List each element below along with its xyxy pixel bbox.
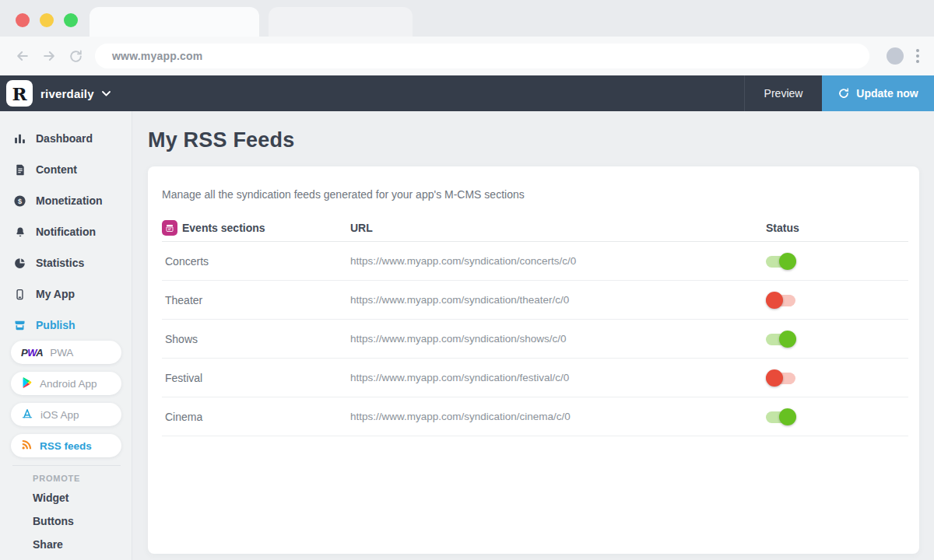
refresh-icon — [837, 87, 850, 100]
table-row: Theater https://www.myapp.com/syndicatio… — [162, 281, 908, 320]
storefront-icon — [12, 319, 27, 332]
feed-url: https://www.myapp.com/syndication/cinema… — [350, 411, 766, 422]
back-icon[interactable] — [12, 46, 33, 66]
table-row: Cinema https://www.myapp.com/syndication… — [162, 397, 908, 436]
table-row: Festival https://www.myapp.com/syndicati… — [162, 359, 908, 397]
sidebar-divider — [12, 465, 121, 466]
google-play-icon — [21, 376, 33, 391]
table-header: Events sections URL Status — [162, 214, 908, 242]
sidebar-item-dashboard[interactable]: Dashboard — [0, 123, 132, 154]
sidebar-item-monetization[interactable]: $ Monetization — [0, 185, 132, 216]
address-bar[interactable]: www.myapp.com — [95, 44, 869, 68]
table-row: Concerts https://www.myapp.com/syndicati… — [162, 242, 908, 281]
pill-pwa[interactable]: PWA PWA — [11, 341, 121, 364]
feed-status-toggle[interactable] — [766, 253, 796, 270]
document-icon — [12, 163, 27, 177]
bell-icon — [12, 226, 27, 239]
toggle-knob — [766, 292, 783, 309]
feed-status-toggle[interactable] — [766, 408, 796, 425]
sidebar-item-my-app[interactable]: My App — [0, 278, 132, 310]
app-logo: R — [6, 80, 33, 107]
browser-window: www.myapp.com R riverdaily Preview Updat… — [0, 0, 934, 560]
bar-chart-icon — [12, 132, 27, 145]
sidebar-item-publish[interactable]: Publish — [0, 310, 132, 341]
feed-name: Festival — [162, 372, 350, 384]
toggle-knob — [779, 253, 796, 270]
feeds-table-body: Concerts https://www.myapp.com/syndicati… — [162, 242, 908, 436]
feed-name: Cinema — [162, 411, 350, 423]
sidebar-item-content[interactable]: Content — [0, 154, 132, 185]
browser-tabstrip — [0, 0, 934, 37]
toggle-knob — [779, 408, 796, 425]
update-now-button[interactable]: Update now — [822, 75, 934, 111]
feed-name: Shows — [162, 333, 350, 345]
dollar-circle-icon: $ — [12, 194, 27, 208]
sidebar-item-buttons[interactable]: Buttons — [0, 509, 132, 533]
sidebar-item-widget[interactable]: Widget — [0, 486, 132, 509]
minimize-window-button[interactable] — [40, 13, 54, 27]
sidebar-item-notification[interactable]: Notification — [0, 216, 132, 247]
feed-url: https://www.myapp.com/syndication/festiv… — [350, 372, 766, 383]
address-url: www.myapp.com — [112, 50, 202, 62]
toggle-knob — [766, 369, 783, 387]
feed-name: Theater — [162, 294, 350, 306]
feed-status-toggle[interactable] — [766, 369, 796, 387]
feed-status-toggle[interactable] — [766, 331, 796, 348]
events-calendar-icon — [162, 220, 177, 236]
sidebar: Dashboard Content $ Monetization Notific… — [0, 111, 132, 560]
pill-rss-feeds[interactable]: RSS feeds — [11, 434, 121, 457]
pill-ios-app[interactable]: iOS App — [11, 403, 121, 426]
browser-tab-active[interactable] — [90, 7, 259, 37]
feeds-card: Manage all the syndication feeds generat… — [148, 166, 919, 554]
column-header-status: Status — [766, 222, 908, 234]
feed-status-toggle[interactable] — [766, 292, 796, 309]
feed-url: https://www.myapp.com/syndication/theate… — [350, 294, 766, 306]
table-row: Shows https://www.myapp.com/syndication/… — [162, 320, 908, 359]
promote-section-header: PROMOTE — [33, 474, 132, 483]
svg-text:$: $ — [18, 197, 22, 205]
pill-android-app[interactable]: Android App — [11, 372, 121, 395]
page-title: My RSS Feeds — [148, 128, 919, 152]
toggle-knob — [779, 331, 796, 348]
app-store-icon — [21, 408, 33, 422]
preview-button[interactable]: Preview — [744, 75, 822, 111]
app-header: R riverdaily Preview Update now — [0, 75, 934, 111]
window-controls — [16, 13, 78, 27]
feed-url: https://www.myapp.com/syndication/concer… — [350, 255, 766, 267]
reload-icon[interactable] — [65, 46, 86, 66]
close-window-button[interactable] — [16, 13, 30, 27]
maximize-window-button[interactable] — [64, 13, 78, 27]
column-header-sections: Events sections — [182, 222, 265, 234]
feed-url: https://www.myapp.com/syndication/shows/… — [350, 333, 766, 345]
browser-tab-inactive[interactable] — [269, 7, 413, 37]
browser-profile-avatar[interactable] — [887, 47, 904, 65]
main-content: My RSS Feeds Manage all the syndication … — [132, 111, 934, 560]
smartphone-icon — [12, 288, 27, 301]
brand-menu[interactable]: R riverdaily — [0, 80, 111, 107]
brand-name: riverdaily — [40, 87, 94, 100]
column-header-url: URL — [350, 222, 766, 234]
pwa-logo-icon: PWA — [21, 347, 43, 359]
browser-toolbar: www.myapp.com — [0, 37, 934, 75]
card-description: Manage all the syndication feeds generat… — [162, 188, 908, 201]
pie-chart-icon — [12, 257, 27, 270]
forward-icon[interactable] — [39, 46, 59, 66]
sidebar-item-statistics[interactable]: Statistics — [0, 247, 132, 278]
publish-submenu: PWA PWA Android App iOS App — [0, 341, 132, 457]
feed-name: Concerts — [162, 255, 350, 268]
sidebar-item-share[interactable]: Share — [0, 533, 132, 556]
chevron-down-icon — [102, 91, 111, 96]
rss-icon — [21, 439, 33, 453]
browser-menu-icon[interactable] — [916, 49, 919, 63]
